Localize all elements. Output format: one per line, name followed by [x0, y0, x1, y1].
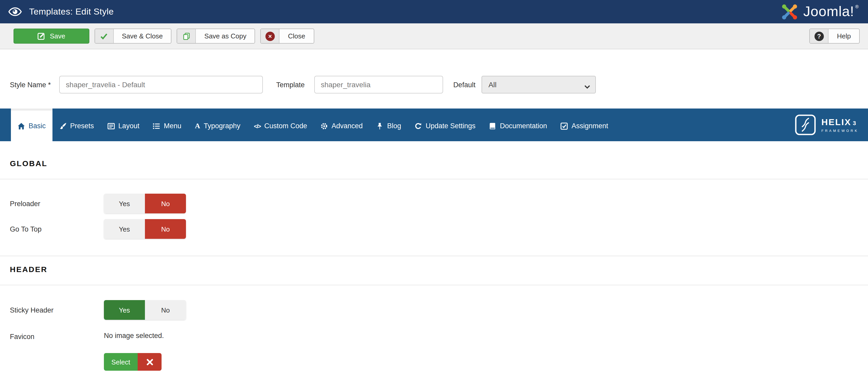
field-row-preloader: Preloader Yes No	[10, 194, 868, 213]
tab-label: Blog	[387, 122, 401, 130]
tab-menu[interactable]: Menu	[146, 108, 188, 141]
divider	[0, 285, 868, 286]
page: Templates: Edit Style Joomla! ®	[0, 0, 868, 379]
tab-label: Custom Code	[264, 122, 307, 130]
toolbar: Save Save & Close Save as Copy × Close ?…	[0, 23, 868, 49]
field-row-favicon: Favicon No image selected. Select	[10, 331, 868, 371]
save-icon	[37, 32, 45, 40]
tab-advanced[interactable]: Advanced	[314, 108, 370, 141]
preloader-toggle: Yes No	[104, 194, 186, 213]
basic-tab-content: GLOBAL Preloader Yes No Go To Top Yes No…	[0, 159, 868, 371]
section-title-header: HEADER	[10, 265, 868, 274]
app-header: Templates: Edit Style Joomla! ®	[0, 0, 868, 23]
typography-icon	[195, 122, 200, 130]
style-form-row: Style Name * Template Default All	[10, 76, 868, 93]
close-button[interactable]: × Close	[260, 29, 314, 43]
page-title: Templates: Edit Style	[29, 6, 114, 17]
joomla-logo: Joomla! ®	[781, 3, 859, 21]
code-icon	[254, 123, 261, 129]
layout-icon	[107, 122, 115, 130]
save-button[interactable]: Save	[13, 29, 89, 43]
tab-custom-code[interactable]: Custom Code	[247, 108, 314, 141]
tab-label: Layout	[118, 122, 140, 130]
book-icon	[489, 122, 496, 130]
style-name-label: Style Name *	[10, 81, 51, 89]
sticky-header-yes-option[interactable]: Yes	[104, 300, 145, 320]
save-as-copy-label: Save as Copy	[196, 29, 255, 43]
tab-documentation[interactable]: Documentation	[482, 108, 554, 141]
tab-label: Basic	[29, 122, 46, 130]
helix3-logo[interactable]: HELIX 3 FRAMEWORK	[795, 114, 859, 135]
check-square-icon	[560, 122, 568, 130]
help-button[interactable]: ? Help	[810, 29, 860, 43]
help-circle-icon: ?	[810, 29, 829, 43]
go-to-top-yes-option[interactable]: Yes	[104, 219, 145, 239]
close-button-label: Close	[280, 29, 314, 43]
joomla-mark-icon	[781, 3, 799, 21]
favicon-status-text: No image selected.	[104, 331, 164, 341]
registered-mark: ®	[855, 3, 859, 10]
tab-label: Typography	[204, 122, 241, 130]
helix-mark-icon	[795, 114, 816, 135]
tab-label: Advanced	[332, 122, 363, 130]
preloader-label: Preloader	[10, 194, 104, 213]
favicon-control: No image selected. Select	[104, 331, 164, 371]
home-icon	[18, 122, 25, 130]
tab-assignment[interactable]: Assignment	[554, 108, 615, 141]
save-close-label: Save & Close	[114, 29, 171, 43]
divider	[0, 179, 868, 180]
gear-icon	[321, 122, 328, 130]
refresh-icon	[415, 122, 422, 130]
tab-label: Menu	[164, 122, 182, 130]
go-to-top-label: Go To Top	[10, 219, 104, 239]
brush-icon	[59, 122, 66, 130]
save-close-button[interactable]: Save & Close	[94, 29, 172, 43]
tab-layout[interactable]: Layout	[101, 108, 146, 141]
tab-basic[interactable]: Basic	[11, 108, 53, 141]
sticky-header-no-option[interactable]: No	[145, 300, 186, 320]
field-row-go-to-top: Go To Top Yes No	[10, 219, 868, 239]
pin-icon	[376, 122, 383, 130]
go-to-top-no-option[interactable]: No	[145, 219, 186, 239]
tab-label: Update Settings	[426, 122, 475, 130]
eye-icon	[8, 7, 22, 16]
favicon-clear-button[interactable]	[138, 353, 161, 371]
preloader-no-option[interactable]: No	[145, 194, 186, 213]
helix-subtitle: FRAMEWORK	[821, 128, 859, 132]
tab-label: Presets	[70, 122, 94, 130]
tab-label: Assignment	[571, 122, 608, 130]
field-row-sticky-header: Sticky Header Yes No	[10, 300, 868, 320]
joomla-wordmark: Joomla!	[803, 3, 854, 20]
template-label: Template	[276, 81, 305, 89]
tab-label: Documentation	[500, 122, 547, 130]
menu-list-icon	[153, 122, 160, 130]
helix-name: HELIX	[821, 118, 851, 127]
sticky-header-toggle: Yes No	[104, 300, 186, 320]
template-tabbar: Basic Presets Layout Menu Typography	[0, 108, 868, 141]
save-button-label: Save	[50, 32, 65, 40]
style-name-input[interactable]	[59, 76, 263, 93]
favicon-select-button[interactable]: Select	[104, 353, 138, 371]
clear-x-icon	[146, 358, 153, 365]
helix-logo-text: HELIX 3 FRAMEWORK	[821, 118, 859, 132]
tab-blog[interactable]: Blog	[370, 108, 408, 141]
preloader-yes-option[interactable]: Yes	[104, 194, 145, 213]
template-input[interactable]	[314, 76, 443, 93]
sticky-header-label: Sticky Header	[10, 300, 104, 320]
go-to-top-toggle: Yes No	[104, 219, 186, 239]
favicon-label: Favicon	[10, 331, 104, 371]
section-title-global: GLOBAL	[10, 159, 868, 168]
divider	[0, 255, 868, 256]
tab-presets[interactable]: Presets	[53, 108, 101, 141]
default-select[interactable]: All	[482, 76, 596, 93]
help-button-label: Help	[829, 29, 860, 43]
helix-version: 3	[853, 120, 856, 126]
tab-update-settings[interactable]: Update Settings	[408, 108, 482, 141]
default-label: Default	[453, 81, 475, 89]
tab-typography[interactable]: Typography	[188, 108, 247, 141]
favicon-media-buttons: Select	[104, 353, 161, 371]
close-circle-icon: ×	[261, 29, 280, 43]
save-as-copy-button[interactable]: Save as Copy	[177, 29, 255, 43]
check-icon	[95, 29, 114, 43]
copy-icon	[177, 29, 196, 43]
